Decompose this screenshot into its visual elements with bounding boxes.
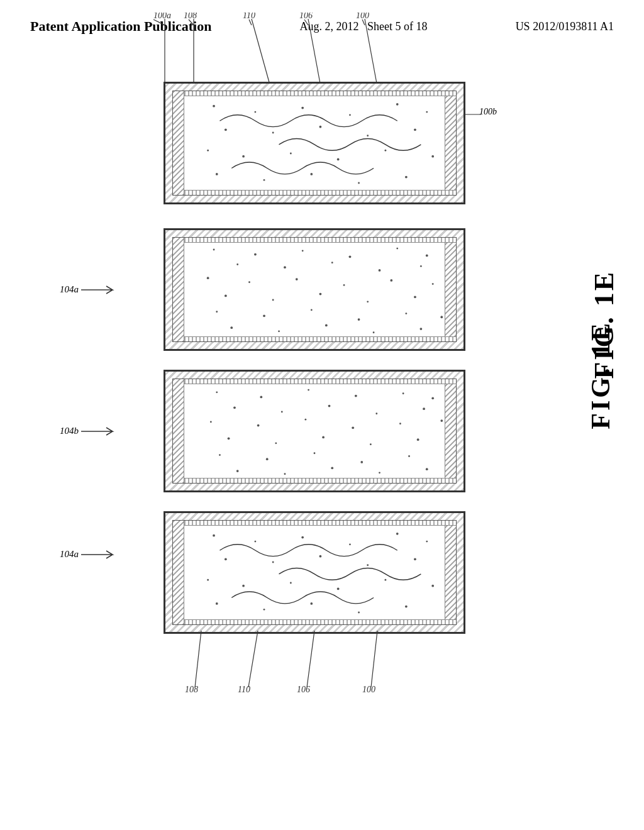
svg-point-79 [328, 405, 331, 407]
bottom-hatch-3 [184, 478, 456, 483]
dots-svg-3 [184, 384, 445, 478]
svg-point-45 [284, 266, 286, 268]
svg-point-33 [216, 173, 218, 175]
bottom-hatch [184, 190, 456, 195]
inner-area [172, 91, 457, 196]
svg-text:100: 100 [356, 13, 369, 20]
svg-point-124 [405, 606, 408, 608]
right-hatch-3 [445, 379, 456, 483]
svg-line-131 [371, 631, 377, 687]
svg-point-44 [236, 263, 238, 265]
svg-point-121 [264, 609, 265, 611]
svg-point-46 [331, 262, 333, 263]
svg-line-125 [195, 631, 201, 687]
svg-point-17 [254, 111, 256, 113]
content-inner-bottom [184, 526, 445, 619]
patent-box-2 [164, 228, 465, 351]
svg-point-94 [266, 458, 269, 460]
svg-text:110: 110 [238, 685, 250, 694]
svg-point-62 [311, 309, 313, 311]
svg-point-63 [358, 318, 360, 321]
svg-line-8 [249, 19, 252, 25]
svg-point-104 [254, 541, 256, 543]
svg-text:106: 106 [299, 13, 313, 20]
svg-point-61 [263, 314, 265, 317]
svg-point-81 [423, 407, 425, 410]
panel-wrapper-2: 104a [126, 228, 453, 351]
inner-area-bottom [172, 520, 457, 625]
left-hatch-2 [173, 238, 184, 341]
svg-point-22 [225, 128, 227, 131]
svg-point-30 [337, 158, 340, 160]
svg-point-58 [367, 301, 369, 302]
svg-point-27 [207, 150, 209, 152]
svg-point-109 [225, 558, 227, 560]
svg-point-72 [260, 396, 262, 399]
svg-line-9 [308, 19, 321, 87]
svg-point-92 [417, 438, 419, 441]
svg-line-6 [252, 19, 270, 87]
svg-point-39 [254, 253, 257, 256]
svg-text:100a: 100a [153, 13, 171, 20]
svg-point-95 [314, 452, 316, 454]
svg-point-40 [302, 250, 304, 252]
svg-text:110: 110 [243, 13, 255, 20]
inner-area-2 [172, 237, 457, 342]
svg-point-23 [272, 132, 274, 134]
svg-line-14 [362, 19, 365, 25]
svg-point-24 [319, 126, 322, 128]
svg-point-67 [278, 330, 280, 332]
svg-point-47 [379, 269, 381, 272]
top-annotations-svg: 100a 108 110 106 100 [126, 13, 440, 88]
svg-point-99 [284, 473, 286, 475]
svg-point-83 [257, 424, 260, 427]
content-inner-3 [184, 384, 445, 478]
svg-line-129 [307, 631, 314, 687]
svg-line-127 [248, 631, 258, 687]
right-hatch-bottom [445, 521, 456, 624]
svg-point-71 [216, 391, 218, 393]
svg-point-106 [349, 543, 351, 545]
svg-point-98 [236, 470, 239, 472]
arrow-104b [81, 425, 119, 438]
svg-point-19 [349, 114, 351, 116]
svg-point-118 [384, 579, 386, 581]
svg-point-74 [355, 395, 357, 397]
svg-point-103 [213, 534, 215, 537]
svg-point-28 [242, 155, 245, 158]
svg-point-107 [396, 533, 399, 535]
svg-point-82 [210, 421, 212, 423]
svg-point-70 [419, 328, 422, 330]
svg-point-115 [242, 585, 245, 587]
svg-point-34 [264, 179, 265, 181]
svg-point-117 [337, 587, 340, 590]
bottom-hatch-2 [184, 336, 456, 341]
svg-point-65 [440, 316, 443, 318]
svg-point-97 [408, 455, 410, 457]
svg-point-102 [426, 468, 428, 470]
arrow-104a-top [81, 284, 119, 296]
panel-wrapper-top: 100a 108 110 106 100 100b [126, 82, 453, 204]
svg-point-55 [225, 294, 227, 297]
left-hatch [173, 91, 184, 195]
panel-wrapper-3: 104b [126, 370, 453, 492]
bottom-hatch-bottom [184, 619, 456, 624]
content-inner-2 [184, 243, 445, 336]
svg-point-29 [290, 153, 292, 155]
svg-point-84 [304, 419, 306, 421]
bottom-annotations-svg: 108 110 106 100 [164, 631, 428, 694]
svg-point-38 [213, 249, 215, 251]
svg-point-43 [426, 255, 428, 257]
svg-point-21 [426, 111, 428, 113]
svg-point-108 [426, 541, 428, 543]
svg-point-86 [399, 423, 401, 424]
patent-box-3 [164, 370, 465, 492]
svg-point-50 [248, 281, 250, 283]
right-hatch [445, 91, 456, 195]
top-hatch [184, 91, 456, 96]
svg-point-122 [310, 602, 313, 605]
svg-line-11 [304, 19, 308, 25]
label-104a-top: 104a [60, 284, 119, 296]
svg-point-85 [352, 426, 354, 429]
svg-point-56 [272, 299, 274, 301]
